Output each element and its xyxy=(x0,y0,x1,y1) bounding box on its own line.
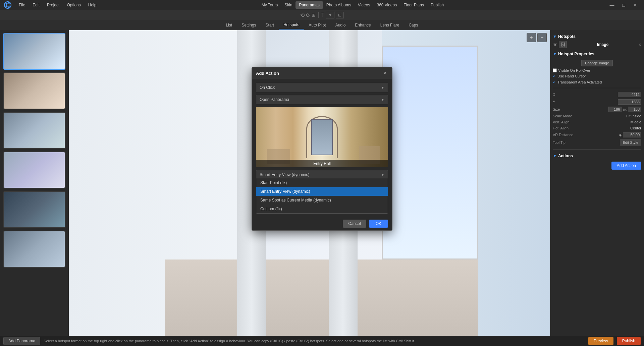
toolbar-icon-3[interactable]: ⊞ xyxy=(312,12,316,18)
tab-list[interactable]: List xyxy=(221,21,237,29)
size-w-input[interactable] xyxy=(608,107,622,112)
window-minimize[interactable]: — xyxy=(606,1,619,9)
trigger-dropdown-arrow: ▼ xyxy=(381,86,384,90)
pano-door xyxy=(311,119,332,155)
y-value-input[interactable] xyxy=(618,99,641,105)
hot-align-value: Center xyxy=(630,126,641,130)
tab-settings[interactable]: Settings xyxy=(237,21,261,29)
modal-title: Add Action xyxy=(256,71,279,76)
menu-options[interactable]: Options xyxy=(63,1,84,9)
size-label: Size xyxy=(553,107,608,111)
action-dropdown-arrow: ▼ xyxy=(381,98,384,102)
tab-enhance[interactable]: Enhance xyxy=(350,21,375,29)
toolbar-icon-5[interactable]: ⊡ xyxy=(336,12,344,18)
size-h-input[interactable] xyxy=(628,107,641,112)
nav-panoramas[interactable]: Panoramas xyxy=(296,1,323,9)
visible-on-rollover-label: Visible On RollOver xyxy=(558,68,590,72)
vr-distance-input[interactable] xyxy=(623,132,641,137)
hotspot-type-selector: 👁 🖼 Image × xyxy=(553,41,641,48)
menu-edit[interactable]: Edit xyxy=(29,1,43,9)
menu-help[interactable]: Help xyxy=(85,1,100,9)
x-value-input[interactable] xyxy=(618,92,641,97)
thumbnail-4[interactable] xyxy=(3,152,65,188)
thumb-bg-5 xyxy=(4,192,65,227)
toolbar-dropdown[interactable]: ▼ xyxy=(326,12,334,18)
preview-btn[interactable]: Preview xyxy=(588,337,613,345)
y-label: Y xyxy=(553,100,618,104)
toolbar-icon-2[interactable]: ⟳ xyxy=(306,12,310,18)
actions-title: Actions xyxy=(558,154,573,158)
hotspots-section-header: ▼ Hotspots xyxy=(553,33,641,41)
add-panorama-btn[interactable]: Add Panorama xyxy=(3,337,40,345)
vr-distance-row: VR Distance ◈ xyxy=(553,131,641,138)
menu-file[interactable]: File xyxy=(15,1,29,9)
edit-style-btn[interactable]: Edit Style xyxy=(620,139,641,146)
action-label: Open Panorama xyxy=(260,97,289,102)
modal-footer: Cancel OK xyxy=(252,217,392,230)
nav-skin[interactable]: Skin xyxy=(281,1,296,9)
y-property-row: Y xyxy=(553,98,641,106)
triangle-icon: ▼ xyxy=(553,34,557,39)
visible-on-rollover-row: Visible On RollOver xyxy=(553,68,641,73)
thumbnail-6[interactable] xyxy=(3,231,65,268)
tab-auto-pilot[interactable]: Auto Pilot xyxy=(304,21,330,29)
modal-close-btn[interactable]: × xyxy=(382,70,388,76)
toolbar-icon-1[interactable]: ⟲ xyxy=(300,12,305,18)
tab-audio[interactable]: Audio xyxy=(331,21,351,29)
transparent-area-label: Transparent Area Activated xyxy=(557,80,602,84)
triangle-icon-2: ▼ xyxy=(553,52,557,56)
second-toolbar: ⟲ ⟳ ⊞ T ▼ ⊡ xyxy=(0,10,644,20)
menu-project[interactable]: Project xyxy=(44,1,63,9)
tool-tip-row: Tool Tip Edit Style xyxy=(553,138,641,147)
zoom-in-btn[interactable]: + xyxy=(527,33,536,42)
tab-hotspots[interactable]: Hotspots xyxy=(279,21,304,30)
thumb-bg-3 xyxy=(4,113,65,148)
cancel-btn[interactable]: Cancel xyxy=(343,220,366,228)
action-dropdown[interactable]: Open Panorama ▼ xyxy=(256,95,388,104)
use-hand-cursor-label: Use Hand Cursor xyxy=(557,74,586,78)
visible-on-rollover-checkbox[interactable] xyxy=(553,68,557,72)
size-property-row: Size px xyxy=(553,106,641,113)
nav-360-videos[interactable]: 360 Videos xyxy=(373,1,400,9)
add-action-btn[interactable]: Add Action xyxy=(611,162,641,170)
hotspot-type-close[interactable]: × xyxy=(639,42,641,47)
ok-btn[interactable]: OK xyxy=(369,220,388,228)
add-action-modal: Add Action × On Click ▼ Open Panorama ▼ … xyxy=(252,67,392,231)
hot-align-label: Hot. Align xyxy=(553,126,630,130)
change-image-btn[interactable]: Change Image xyxy=(581,60,613,66)
toolbar-icon-4[interactable]: T xyxy=(321,12,325,18)
panorama-preview: Entry Hall xyxy=(256,107,388,167)
trigger-dropdown[interactable]: On Click ▼ xyxy=(256,83,388,92)
scale-mode-row: Scale Mode Fit Inside xyxy=(553,113,641,119)
nav-publish[interactable]: Publish xyxy=(427,1,447,9)
option-custom[interactable]: Custom (fix) xyxy=(256,205,388,213)
view-mode-options: Start Point (fix) Smart Entry View (dyna… xyxy=(256,178,388,214)
window-maximize[interactable]: □ xyxy=(619,1,629,9)
nav-videos[interactable]: Videos xyxy=(355,1,373,9)
scale-mode-value: Fit Inside xyxy=(626,114,641,118)
thumbnail-5[interactable] xyxy=(3,191,65,228)
thumbnail-1[interactable] xyxy=(3,33,65,70)
tab-start[interactable]: Start xyxy=(261,21,279,29)
nav-my-tours[interactable]: My Tours xyxy=(258,1,281,9)
option-same-spot[interactable]: Same Spot as Current Media (dynamic) xyxy=(256,196,388,205)
zoom-out-btn[interactable]: − xyxy=(537,33,547,42)
modal-header: Add Action × xyxy=(252,67,392,79)
panorama-name: Entry Hall xyxy=(256,160,388,167)
tab-lens-flare[interactable]: Lens Flare xyxy=(376,21,404,29)
hotspot-image-icon[interactable]: 🖼 xyxy=(559,41,567,48)
publish-btn[interactable]: Publish xyxy=(617,337,641,345)
thumbnail-2[interactable] xyxy=(3,72,65,109)
window-close[interactable]: ✕ xyxy=(629,1,641,9)
nav-floor-plans[interactable]: Floor Plans xyxy=(400,1,427,9)
tab-caps[interactable]: Caps xyxy=(404,21,423,29)
vert-align-label: Vert. Align xyxy=(553,120,631,124)
vr-distance-icon: ◈ xyxy=(619,133,622,137)
thumbnail-3[interactable] xyxy=(3,112,65,149)
vert-align-value: Middle xyxy=(631,120,641,124)
option-start-point[interactable]: Start Point (fix) xyxy=(256,178,388,187)
thumb-bg-4 xyxy=(4,152,65,188)
hotspot-eye-icon[interactable]: 👁 xyxy=(553,42,557,47)
nav-photo-albums[interactable]: Photo Albums xyxy=(323,1,355,9)
option-smart-entry[interactable]: Smart Entry View (dynamic) xyxy=(256,187,388,196)
